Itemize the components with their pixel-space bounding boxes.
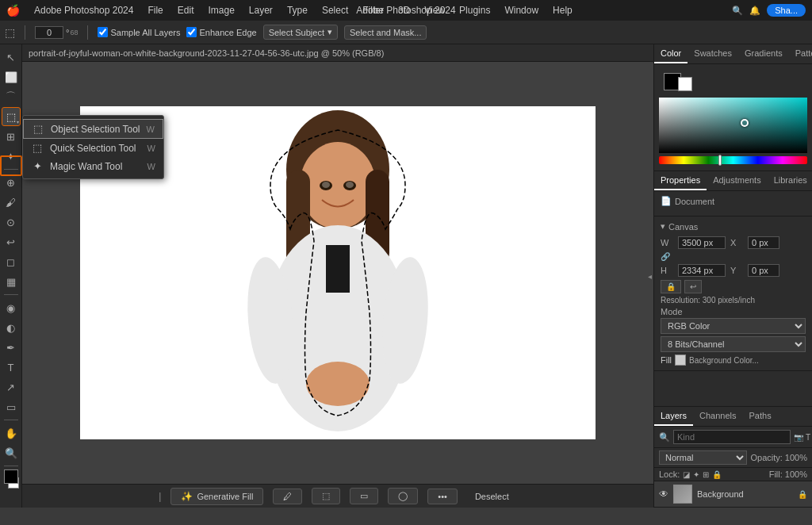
hue-slider-thumb[interactable]: [718, 155, 722, 166]
fill-swatch[interactable]: [675, 354, 686, 366]
canvas-section: ▾ Canvas W X 🔗 H Y: [654, 217, 812, 371]
history-brush-tool[interactable]: ↩: [2, 232, 21, 251]
brush-stroke-button[interactable]: 🖊: [273, 489, 302, 504]
link-icon[interactable]: 🔗: [661, 252, 673, 261]
lock-artboard-icon[interactable]: ⊞: [703, 470, 709, 479]
path-select-tool[interactable]: ↗: [2, 377, 21, 397]
menu-edit[interactable]: Edit: [171, 3, 201, 17]
move-tool[interactable]: ↖: [2, 48, 21, 67]
menu-app-name[interactable]: Adobe Photoshop 2024: [28, 3, 140, 17]
canvas-lock-buttons: 🔒 ↩: [661, 280, 806, 293]
menu-window[interactable]: Window: [498, 3, 545, 17]
hand-tool[interactable]: ✋: [2, 423, 21, 443]
canvas-header: ▾ Canvas: [661, 221, 806, 232]
panel-collapse-handle[interactable]: ◂: [645, 44, 653, 508]
dodge-tool[interactable]: ◐: [2, 318, 21, 337]
healing-brush-tool[interactable]: ⊕: [2, 173, 21, 192]
menu-file[interactable]: File: [141, 3, 169, 17]
lasso-tool[interactable]: ⌒: [2, 87, 21, 106]
foreground-color-swatch[interactable]: [4, 469, 18, 484]
tab-paths[interactable]: Paths: [743, 407, 778, 426]
tab-adjustments[interactable]: Adjustments: [707, 171, 768, 190]
bits-select[interactable]: 8 Bits/Channel 16 Bits/Channel 32 Bits/C…: [661, 336, 806, 352]
deselect-button[interactable]: Deselect: [467, 489, 517, 504]
enhance-edge-checkbox[interactable]: Enhance Edge: [186, 27, 256, 37]
canvas-x-input[interactable]: [748, 236, 779, 249]
canvas-chevron-icon[interactable]: ▾: [661, 221, 665, 232]
menu-layer[interactable]: Layer: [243, 3, 279, 17]
generative-fill-button[interactable]: ✨ Generative Fill: [170, 488, 263, 505]
dropdown-quick-selection[interactable]: ⬚ Quick Selection Tool W: [23, 139, 163, 157]
enhance-edge-check[interactable]: [186, 27, 197, 37]
brush-tool[interactable]: 🖌: [2, 193, 21, 212]
zoom-tool[interactable]: 🔍: [2, 443, 21, 462]
layer-visibility-icon[interactable]: 👁: [659, 489, 668, 500]
menu-type[interactable]: Type: [281, 3, 314, 17]
color-panel: Color Swatches Gradients Patte...: [654, 44, 812, 171]
share-button[interactable]: Sha...: [767, 4, 806, 17]
tab-properties[interactable]: Properties: [654, 171, 707, 190]
color-gradient-area[interactable]: [659, 98, 807, 153]
menu-help[interactable]: Help: [546, 3, 579, 17]
search-icon[interactable]: 🔍: [732, 6, 743, 16]
layers-pixel-icon[interactable]: 📷: [794, 433, 803, 442]
layers-kind-input[interactable]: [673, 430, 791, 444]
lock-pixel-icon[interactable]: ◪: [683, 470, 690, 479]
frame-button[interactable]: ⬚: [312, 488, 340, 504]
canvas-width-row: W X: [661, 236, 806, 249]
angle-input[interactable]: [35, 26, 63, 39]
lock-move-icon[interactable]: ✦: [693, 470, 699, 479]
select-subject-button[interactable]: Select Subject ▾: [263, 25, 338, 40]
menu-image[interactable]: Image: [201, 3, 240, 17]
tab-libraries[interactable]: Libraries: [768, 171, 812, 190]
canvas-y-input[interactable]: [748, 264, 779, 277]
eyedropper-tool[interactable]: ✦: [2, 147, 21, 166]
blur-tool[interactable]: ◉: [2, 298, 21, 317]
sample-all-layers-checkbox[interactable]: Sample All Layers: [98, 27, 180, 37]
bg-color-swatch[interactable]: [678, 77, 692, 91]
menu-plugins[interactable]: Plugins: [453, 3, 496, 17]
canvas-height-row: 🔗: [661, 252, 806, 261]
hue-slider[interactable]: [659, 156, 807, 164]
dropdown-object-selection[interactable]: ⬚ Object Selection Tool W: [23, 119, 163, 139]
crop-tool[interactable]: ⊞: [2, 127, 21, 146]
clone-stamp-tool[interactable]: ⊙: [2, 213, 21, 232]
fg-bg-colors: [3, 469, 19, 489]
lock-canvas-button[interactable]: 🔒: [661, 280, 681, 293]
shape-tool[interactable]: ▭: [2, 397, 21, 416]
mode-select[interactable]: RGB Color CMYK Color Grayscale: [661, 318, 806, 334]
menu-select[interactable]: Select: [316, 3, 354, 17]
dropdown-magic-wand[interactable]: ✦ Magic Wand Tool W: [23, 157, 163, 175]
tab-swatches[interactable]: Swatches: [688, 44, 738, 63]
object-select-tool[interactable]: ⬚ ▾: [2, 107, 21, 126]
notification-icon[interactable]: 🔔: [749, 6, 760, 16]
canvas-height-input[interactable]: [678, 264, 726, 277]
gradient-tool[interactable]: ▦: [2, 272, 21, 291]
canvas-width-input[interactable]: [678, 236, 726, 249]
tab-patterns[interactable]: Patte...: [789, 44, 812, 63]
tab-color[interactable]: Color: [654, 44, 688, 63]
document-header-icon: 📄: [661, 196, 672, 206]
color-picker-cursor[interactable]: [741, 119, 749, 127]
text-tool[interactable]: T: [2, 358, 21, 377]
rect-frame-icon: ▭: [360, 491, 368, 501]
layer-background[interactable]: 👁 Background 🔒: [654, 481, 812, 508]
magic-wand-label: Magic Wand Tool: [50, 161, 122, 172]
layers-blend-mode[interactable]: Normal Multiply Screen: [659, 450, 747, 465]
more-button[interactable]: •••: [427, 489, 458, 504]
tab-layers[interactable]: Layers: [654, 407, 693, 426]
select-and-mask-button[interactable]: Select and Mask...: [344, 25, 427, 40]
rectangle-select-tool[interactable]: ⬜: [2, 67, 21, 86]
eraser-tool[interactable]: ◻: [2, 252, 21, 271]
angle-control[interactable]: ° 68: [35, 26, 78, 39]
fill-button[interactable]: ◯: [388, 488, 418, 504]
rotate-canvas-button[interactable]: ↩: [684, 280, 702, 293]
pen-tool[interactable]: ✒: [2, 338, 21, 357]
tab-gradients[interactable]: Gradients: [738, 44, 789, 63]
lock-all-icon[interactable]: 🔒: [712, 470, 722, 479]
rect-frame-button[interactable]: ▭: [350, 488, 378, 504]
tab-channels[interactable]: Channels: [693, 407, 742, 426]
layers-type-icon[interactable]: T: [806, 433, 810, 442]
lock-label: Lock:: [659, 469, 680, 479]
sample-all-layers-check[interactable]: [98, 27, 108, 37]
